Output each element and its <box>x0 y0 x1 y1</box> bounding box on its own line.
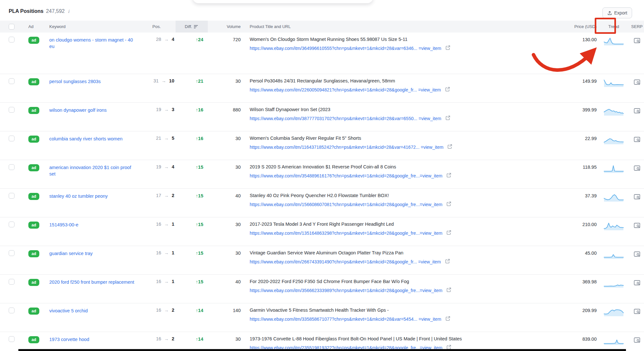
diff-value: ↑24 <box>196 37 203 42</box>
url-link[interactable]: https://www.ebay.com/itm/116437185242?ch… <box>250 145 443 150</box>
external-link-icon[interactable] <box>445 259 450 265</box>
serp-preview-icon[interactable] <box>634 79 640 87</box>
row-checkbox[interactable] <box>9 308 14 313</box>
external-link-icon[interactable] <box>445 45 450 52</box>
serp-preview-icon[interactable] <box>634 165 640 173</box>
keyword-link[interactable]: stanley 40 oz tumbler peony <box>49 194 108 199</box>
trend-sparkline <box>604 251 624 259</box>
external-link-icon[interactable] <box>446 201 451 208</box>
product-title: 2017-2023 Tesla Model 3 And Y Front Righ… <box>250 222 561 227</box>
trend-sparkline <box>604 308 624 317</box>
ad-badge: ad <box>28 136 39 143</box>
position-old: 21 <box>156 136 161 141</box>
serp-preview-icon[interactable] <box>634 194 640 201</box>
product-title: Women's On Cloudgo Storm Magnet Running … <box>250 37 561 42</box>
table-row: adon cloudgo womens - storm magnet - 40 … <box>0 33 644 74</box>
sort-desc-icon <box>194 25 198 29</box>
volume-value: 30 <box>235 136 241 141</box>
external-link-icon[interactable] <box>445 115 450 122</box>
serp-preview-icon[interactable] <box>634 37 640 45</box>
diff-value: ↑15 <box>196 222 203 227</box>
trend-sparkline <box>604 107 624 116</box>
export-button[interactable]: Export <box>602 7 632 18</box>
serp-preview-icon[interactable] <box>634 108 640 115</box>
row-checkbox[interactable] <box>9 222 14 227</box>
keyword-link[interactable]: vivoactive 5 orchid <box>49 308 88 313</box>
position-new: 2 <box>172 336 174 341</box>
position-cell: 16→2 <box>139 308 174 313</box>
position-cell: 16→2 <box>139 336 174 341</box>
row-checkbox[interactable] <box>9 193 14 199</box>
keyword-link[interactable]: guardian service tray <box>49 251 93 256</box>
position-new: 1 <box>172 250 174 255</box>
position-new: 3 <box>172 107 174 112</box>
diff-value: ↑15 <box>196 279 203 284</box>
url-link[interactable]: https://www.ebay.com/itm/266743391490?ch… <box>250 259 441 264</box>
diff-value: ↑14 <box>196 308 203 313</box>
price-value: 45.00 <box>585 251 597 256</box>
url-link[interactable]: https://www.ebay.com/itm/226005094821?ch… <box>250 87 441 92</box>
url-link[interactable]: https://www.ebay.com/itm/135164863298?ch… <box>250 231 442 236</box>
external-link-icon[interactable] <box>446 287 451 294</box>
row-checkbox[interactable] <box>9 78 14 84</box>
keyword-link[interactable]: 2020 ford f250 front bumper replacement <box>49 280 134 285</box>
external-link-icon[interactable] <box>447 144 452 150</box>
row-checkbox[interactable] <box>9 336 14 342</box>
position-new: 5 <box>172 136 174 141</box>
row-checkbox[interactable] <box>9 107 14 113</box>
external-link-icon[interactable] <box>445 87 450 93</box>
external-link-icon[interactable] <box>445 316 450 322</box>
info-icon[interactable]: i <box>68 9 69 14</box>
keyword-link[interactable]: wilson dynapower golf irons <box>49 108 107 113</box>
volume-value: 30 <box>235 222 241 227</box>
table-row: adpersol sunglasses 2803s31→10↑2130Perso… <box>0 74 644 103</box>
page-header: PLA Positions 247,592 i <box>9 8 69 14</box>
row-checkbox[interactable] <box>9 136 14 141</box>
keyword-link[interactable]: on cloudgo womens - storm magnet - 40 eu <box>49 37 133 49</box>
row-checkbox[interactable] <box>9 250 14 256</box>
arrow-right-icon: → <box>164 37 169 42</box>
diff-value: ↑15 <box>196 165 203 170</box>
select-all-checkbox[interactable] <box>9 24 14 30</box>
keyword-link[interactable]: columbia sandy river shorts women <box>49 136 122 141</box>
upload-icon <box>607 11 612 15</box>
diff-value: ↑21 <box>196 79 203 84</box>
url-link[interactable]: https://www.ebay.com/itm/356662333989?ch… <box>250 288 442 293</box>
position-old: 19 <box>156 107 161 112</box>
volume-value: 720 <box>233 37 241 42</box>
serp-preview-icon[interactable] <box>634 308 640 316</box>
ad-badge: ad <box>28 222 39 229</box>
trend-sparkline <box>604 222 624 231</box>
serp-preview-icon[interactable] <box>634 222 640 230</box>
diff-value: ↑14 <box>196 337 203 342</box>
url-link[interactable]: https://www.ebay.com/itm/354889616176?ch… <box>250 173 442 178</box>
position-new: 10 <box>169 78 174 83</box>
keyword-link[interactable]: 1514953-00-e <box>49 222 78 227</box>
position-new: 2 <box>172 193 174 198</box>
serp-preview-icon[interactable] <box>634 251 640 259</box>
product-title: Garmin Vivoactive 5 Fitness Smartwatch H… <box>250 308 561 313</box>
keyword-link[interactable]: 1973 corvette hood <box>49 337 89 342</box>
serp-preview-icon[interactable] <box>634 280 640 287</box>
external-link-icon[interactable] <box>446 173 451 179</box>
col-ad: Ad <box>28 24 41 29</box>
serp-preview-icon[interactable] <box>634 337 640 345</box>
product-title: Persol Po3048s 24/31 Rectangular Sunglas… <box>250 78 561 84</box>
col-diff[interactable]: Diff. <box>176 21 208 33</box>
url-link[interactable]: https://www.ebay.com/itm/335858671077?ch… <box>250 317 441 322</box>
url-link[interactable]: https://www.ebay.com/itm/387777031702?ch… <box>250 116 441 121</box>
external-link-icon[interactable] <box>446 230 451 236</box>
position-cell: 16→1 <box>139 222 174 227</box>
keyword-link[interactable]: american innovation 2020 $1 coin proof s… <box>49 165 131 176</box>
table-row: advivoactive 5 orchid16→2↑14140Garmin Vi… <box>0 303 644 332</box>
price-value: 118.95 <box>583 165 597 170</box>
serp-preview-icon[interactable] <box>634 136 640 144</box>
arrow-right-icon: → <box>164 336 169 341</box>
row-checkbox[interactable] <box>9 37 14 43</box>
col-serp: SERP <box>630 24 644 29</box>
keyword-link[interactable]: persol sunglasses 2803s <box>49 79 101 84</box>
url-link[interactable]: https://www.ebay.com/itm/156608607081?ch… <box>250 202 442 207</box>
row-checkbox[interactable] <box>9 164 14 170</box>
url-link[interactable]: https://www.ebay.com/itm/364996610555?ch… <box>250 46 441 51</box>
row-checkbox[interactable] <box>9 279 14 285</box>
